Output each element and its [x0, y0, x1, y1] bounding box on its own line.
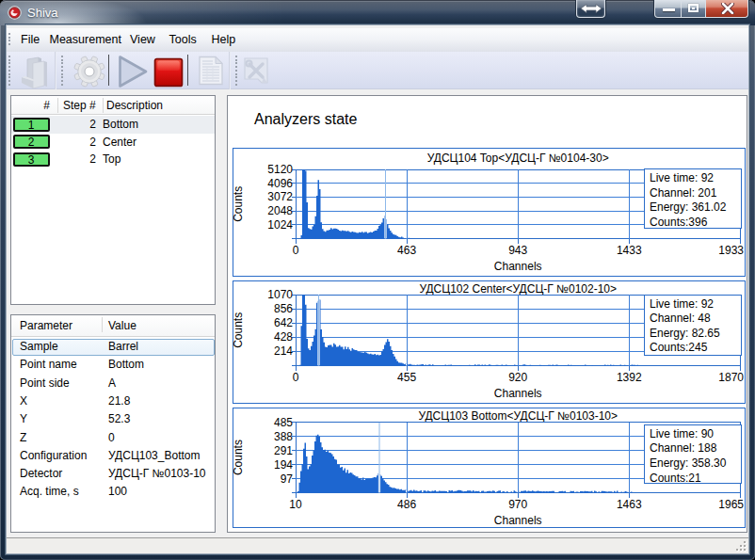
svg-text:Channel: 188: Channel: 188	[650, 441, 717, 455]
svg-text:Live time: 92: Live time: 92	[650, 171, 714, 184]
svg-text:Energy: 361.02: Energy: 361.02	[650, 200, 727, 214]
svg-text:Channels: Channels	[494, 260, 542, 273]
svg-text:4096: 4096	[267, 177, 293, 190]
svg-text:2048: 2048	[267, 204, 293, 217]
svg-text:Channels: Channels	[494, 387, 542, 400]
svg-text:Counts:396: Counts:396	[650, 216, 708, 229]
svg-text:УДСЦ102 Center<УДСЦ-Г №0102-1: УДСЦ102 Center<УДСЦ-Г №0102-10>	[419, 282, 617, 296]
svg-text:Channels: Channels	[494, 514, 542, 527]
svg-text:486: 486	[397, 498, 416, 511]
svg-text:463: 463	[397, 244, 416, 257]
svg-text:Channel: 201: Channel: 201	[650, 186, 717, 200]
svg-text:3072: 3072	[267, 190, 293, 203]
svg-text:1070: 1070	[267, 288, 293, 301]
svg-text:1392: 1392	[617, 371, 642, 384]
svg-text:1463: 1463	[617, 498, 642, 511]
svg-text:Counts:21: Counts:21	[650, 472, 701, 485]
svg-text:1933: 1933	[718, 244, 744, 257]
svg-text:970: 970	[508, 498, 527, 511]
svg-text:856: 856	[274, 302, 293, 315]
svg-text:455: 455	[397, 371, 416, 384]
svg-text:428: 428	[274, 330, 293, 344]
svg-text:Channel: 48: Channel: 48	[650, 312, 711, 325]
svg-text:Live time: 92: Live time: 92	[650, 297, 714, 311]
svg-text:1965: 1965	[718, 498, 744, 511]
svg-text:Counts: Counts	[233, 186, 245, 222]
svg-text:Energy: 358.30: Energy: 358.30	[650, 456, 727, 470]
svg-text:УДСЦ103 Bottom<УДСЦ-Г №0103-1: УДСЦ103 Bottom<УДСЦ-Г №0103-10>	[418, 409, 618, 423]
svg-text:943: 943	[508, 244, 527, 257]
svg-text:194: 194	[274, 458, 293, 472]
svg-text:5120: 5120	[267, 163, 293, 176]
svg-text:485: 485	[274, 416, 293, 429]
svg-text:0: 0	[293, 244, 299, 257]
svg-text:642: 642	[274, 316, 293, 329]
svg-text:214: 214	[274, 344, 293, 358]
svg-text:Energy: 82.65: Energy: 82.65	[650, 327, 720, 340]
svg-text:0: 0	[293, 371, 299, 384]
svg-text:1870: 1870	[718, 371, 744, 384]
svg-text:УДСЦ104 Top<УДСЦ-Г №0104-30>: УДСЦ104 Top<УДСЦ-Г №0104-30>	[427, 152, 609, 165]
svg-text:Counts:245: Counts:245	[650, 341, 708, 354]
svg-text:1433: 1433	[617, 244, 642, 257]
svg-text:920: 920	[508, 371, 527, 384]
svg-text:388: 388	[274, 430, 293, 443]
svg-text:Counts: Counts	[233, 312, 245, 348]
svg-text:Counts: Counts	[233, 440, 245, 475]
svg-text:10: 10	[289, 498, 302, 511]
svg-text:1024: 1024	[267, 218, 293, 232]
svg-text:Live time: 90: Live time: 90	[650, 427, 714, 440]
svg-text:291: 291	[274, 444, 293, 457]
svg-text:97: 97	[281, 472, 294, 486]
